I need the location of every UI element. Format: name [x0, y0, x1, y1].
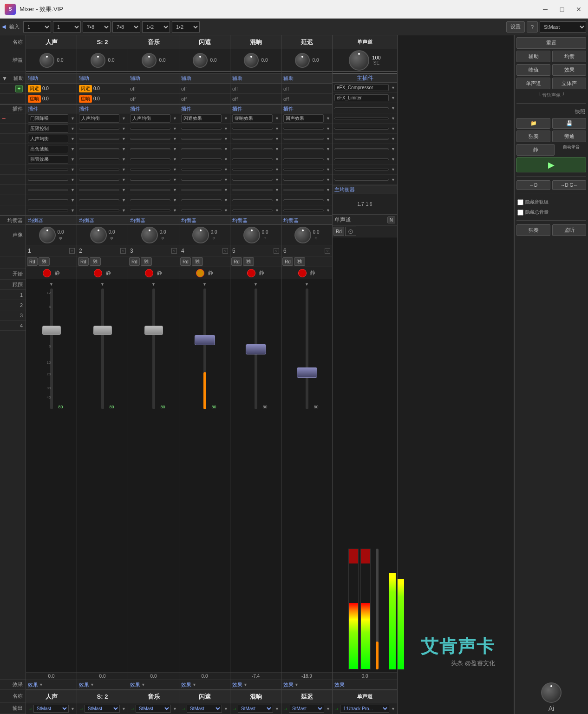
ch1-plugin9-slot[interactable] [28, 199, 68, 201]
ch2-solo-button[interactable]: 独 [90, 257, 101, 266]
ch1-plugin10-slot[interactable] [28, 210, 68, 211]
maximize-button[interactable]: □ [557, 5, 567, 14]
save-button[interactable]: 💾 [552, 118, 586, 129]
ch1-plugin8-slot[interactable] [28, 189, 68, 191]
ch2-rec-button[interactable] [94, 269, 102, 277]
ch1-knob[interactable] [39, 53, 54, 68]
reset-button[interactable]: 重置 [516, 37, 586, 49]
ch2-input-select[interactable]: 1 [53, 21, 81, 33]
ch1-plugin3-name[interactable]: 人声均衡 [28, 135, 68, 143]
mute-r-button[interactable]: 静 [516, 144, 555, 156]
remove-plugin-icon[interactable]: − [2, 115, 6, 122]
ch5-output-select[interactable]: StMast [238, 705, 273, 713]
ch3-input-select[interactable]: 7•8 [83, 21, 111, 33]
ch6-output-select[interactable]: StMast [289, 705, 324, 713]
ch6-rec-button[interactable] [298, 269, 307, 277]
dc-button[interactable]: →D G← [552, 180, 586, 190]
ch4-pan-knob[interactable] [192, 227, 209, 243]
ai-knob[interactable] [541, 682, 562, 703]
bypass-button[interactable]: 旁通 [552, 131, 586, 142]
ch1-input-select[interactable]: 1 [23, 21, 51, 33]
ch2-plugin1-name[interactable]: 人声均衡 [79, 114, 119, 123]
ch6-rd-button[interactable]: Rd [282, 257, 293, 266]
ch1-output-select[interactable]: StMast [33, 705, 69, 713]
master-plugin1-name[interactable]: eFX_Compressor [334, 84, 389, 91]
ch2-rd-button[interactable]: Rd [78, 257, 89, 266]
ch6-solo-button[interactable]: 独 [294, 257, 305, 266]
ch4-mute-label[interactable]: 静 [208, 269, 213, 276]
hide-group-checkbox[interactable] [517, 199, 523, 205]
ch1-plugin7-slot[interactable] [28, 179, 68, 181]
ch4-input-select[interactable]: 7•8 [112, 21, 140, 33]
ch4-fader-handle[interactable] [195, 335, 215, 345]
ch5-pan-knob[interactable] [243, 227, 260, 243]
ch5-mute-label[interactable]: 静 [259, 269, 264, 276]
ch5-knob[interactable] [244, 53, 259, 68]
help-button[interactable]: ? [527, 21, 538, 33]
ch6-knob[interactable] [295, 53, 310, 68]
ch3-output-select[interactable]: StMast [136, 705, 171, 713]
master-n-button[interactable]: N [387, 216, 395, 223]
ch2-send2-btn[interactable]: 症响 [79, 95, 92, 103]
ch6-pan-knob[interactable] [294, 227, 311, 243]
cd-button[interactable]: ←D [516, 180, 550, 190]
ch1-plugin1-name[interactable]: 门限降噪 [28, 114, 68, 123]
ch3-plugin1-name[interactable]: 人声均衡 [130, 114, 170, 123]
close-button[interactable]: ✕ [574, 5, 583, 14]
peak-button[interactable]: 峰值 [516, 64, 550, 76]
ch1-send2-btn[interactable]: 症响 [28, 95, 41, 103]
master-output-select[interactable]: StMast [540, 21, 586, 33]
ch4-solo-button[interactable]: 独 [192, 257, 203, 266]
folder-button[interactable]: 📁 [516, 118, 550, 129]
minimize-button[interactable]: ─ [541, 5, 550, 14]
ch6-mute-label[interactable]: 静 [310, 269, 315, 276]
ch2-knob[interactable] [91, 53, 105, 68]
ch1-send1-btn[interactable]: 闪避 [28, 85, 41, 92]
master-rd-button[interactable]: Rd [333, 227, 344, 236]
ch3-mute-label[interactable]: 静 [157, 269, 162, 276]
solo-monitor-button[interactable]: 独奏 [516, 224, 550, 236]
solo-button[interactable]: 独奏 [516, 131, 550, 142]
eq-button[interactable]: 均衡 [552, 51, 586, 62]
ch3-fader-handle[interactable] [144, 326, 163, 335]
ch1-mute-label[interactable]: 静 [55, 269, 60, 276]
ch2-fader-handle[interactable] [93, 326, 112, 335]
fx-button[interactable]: 效果 [552, 64, 586, 76]
ch3-knob[interactable] [142, 53, 157, 68]
ch2-send1-btn[interactable]: 闪避 [79, 85, 92, 92]
play-button[interactable]: ▶ [516, 157, 586, 172]
ch5-fader-handle[interactable] [246, 344, 266, 354]
master-output-select[interactable]: 1:Utrack Pro... [340, 705, 389, 713]
monitor-button[interactable]: 监听 [552, 224, 586, 236]
ch1-pan-knob[interactable] [39, 227, 56, 243]
hide-master-checkbox[interactable] [517, 210, 523, 216]
ch1-plugin4-name[interactable]: 高含滤频 [28, 145, 68, 153]
ch5-rd-button[interactable]: Rd [231, 257, 242, 266]
add-send-button[interactable]: + [15, 85, 23, 92]
ch1-solo-button[interactable]: 独 [39, 257, 50, 266]
mono-button[interactable]: 单声道 [516, 78, 550, 89]
ch4-output-select[interactable]: StMast [187, 705, 222, 713]
ch1-fader-handle[interactable] [42, 326, 61, 335]
ch1-plugin2-name[interactable]: 压限控制 [28, 124, 68, 133]
ch5-plugin1-name[interactable]: 症响效果 [232, 114, 273, 123]
ch4-plugin1-name[interactable]: 闪遮效果 [181, 114, 222, 123]
ch2-output-select[interactable]: StMast [85, 705, 120, 713]
ch2-mute-label[interactable]: 静 [106, 269, 111, 276]
settings-button[interactable]: 设置 [506, 21, 525, 33]
ch6-plugin1-name[interactable]: 回声效果 [283, 114, 324, 123]
aux-button[interactable]: 辅助 [516, 51, 550, 62]
ch5-rec-button[interactable] [247, 269, 255, 277]
ch3-rec-button[interactable] [145, 269, 153, 277]
stereo-button[interactable]: 立体声 [552, 78, 586, 89]
ch1-rec-button[interactable] [43, 269, 51, 277]
ch6-input-select[interactable]: 1•2 [172, 21, 200, 33]
ch6-fader-handle[interactable] [297, 367, 317, 378]
ch3-solo-button[interactable]: 独 [141, 257, 152, 266]
ch4-rec-button[interactable] [196, 269, 204, 277]
ch5-input-select[interactable]: 1•2 [142, 21, 170, 33]
master-knob[interactable] [349, 50, 369, 71]
ch3-rd-button[interactable]: Rd [129, 257, 140, 266]
ch1-rd-button[interactable]: Rd [27, 257, 38, 266]
ch1-plugin5-name[interactable]: 胆管效果 [28, 155, 68, 164]
